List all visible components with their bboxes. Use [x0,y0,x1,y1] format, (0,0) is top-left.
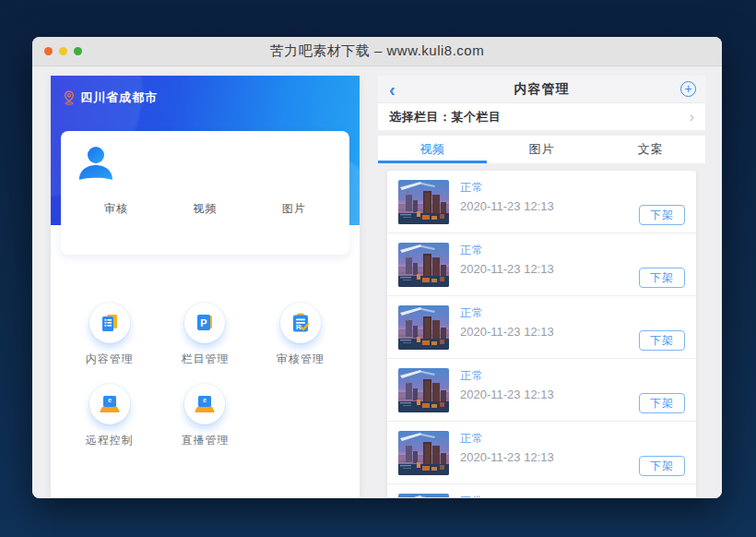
home-screen-panel: 四川省成都市 审核 视频 图片 [51,76,360,498]
select-column-row[interactable]: 选择栏目：某个栏目 › [378,103,705,130]
list-item: 正常 2020-11-23 12:13 下架 [387,233,696,296]
avatar-icon [76,143,116,184]
status-badge: 正常 [460,243,685,258]
content-management-panel: ‹ 内容管理 + 选择栏目：某个栏目 › 视频 图片 文案 [378,76,705,498]
tab-image[interactable]: 图片 [487,136,596,163]
page-title: 内容管理 [378,81,705,98]
nav-bar: ‹ 内容管理 + [378,76,705,103]
status-badge: 正常 [460,368,685,384]
take-down-button[interactable]: 下架 [639,330,685,351]
status-badge: 正常 [460,180,685,196]
review-management-icon: R [289,311,313,335]
menu-item-remote-control[interactable]: e 远程控制 [62,384,158,448]
content-list: 正常 2020-11-23 12:13 下架 [387,171,696,497]
take-down-button[interactable]: 下架 [639,205,685,225]
column-management-icon: P [193,311,217,335]
profile-card: 审核 视频 图片 [61,131,349,255]
status-badge: 正常 [460,431,685,447]
select-column-label: 选择栏目：某个栏目 [389,109,502,125]
list-item: 正常 2020-11-23 12:13 下架 [387,484,696,497]
location-pin-icon [63,90,76,105]
content-tabs: 视频 图片 文案 [378,136,705,163]
video-thumbnail[interactable] [398,180,449,224]
menu-item-content-management[interactable]: 内容管理 [62,303,158,367]
take-down-button[interactable]: 下架 [639,456,685,476]
remote-control-icon: e [97,392,123,416]
stat-video[interactable]: 视频 [160,201,249,217]
tab-text[interactable]: 文案 [597,136,705,163]
list-item: 正常 2020-11-23 12:13 下架 [387,359,696,422]
stat-image[interactable]: 图片 [250,201,338,217]
live-management-icon: e [192,392,218,416]
video-thumbnail[interactable] [398,494,449,497]
window-titlebar: 苦力吧素材下载 – www.kuli8.com [32,37,722,66]
take-down-button[interactable]: 下架 [639,268,685,288]
menu-item-review-management[interactable]: R 审核管理 [253,303,348,367]
window-content: 四川省成都市 审核 视频 图片 [32,66,722,498]
video-thumbnail[interactable] [398,431,449,475]
content-management-icon [98,311,122,335]
svg-text:e: e [204,397,207,403]
home-menu: 内容管理 P 栏目管理 [51,303,360,465]
video-thumbnail[interactable] [398,305,449,350]
svg-text:e: e [108,397,112,403]
stat-review[interactable]: 审核 [72,201,160,217]
profile-stats: 审核 视频 图片 [61,201,349,217]
add-icon[interactable]: + [680,81,696,97]
status-badge: 正常 [460,305,685,321]
list-item: 正常 2020-11-23 12:13 下架 [387,171,696,233]
chevron-right-icon: › [690,109,694,125]
back-icon[interactable]: ‹ [389,78,396,101]
list-item: 正常 2020-11-23 12:13 下架 [387,422,696,484]
status-badge: 正常 [460,494,685,497]
location-row[interactable]: 四川省成都市 [51,76,360,106]
window-title: 苦力吧素材下载 – www.kuli8.com [32,42,722,60]
take-down-button[interactable]: 下架 [639,393,685,413]
app-window: 苦力吧素材下载 – www.kuli8.com 四川省成都市 [32,37,722,498]
list-item: 正常 2020-11-23 12:13 下架 [387,296,696,359]
menu-item-column-management[interactable]: P 栏目管理 [158,303,254,367]
video-thumbnail[interactable] [398,368,449,412]
menu-item-live-management[interactable]: e 直播管理 [158,384,254,448]
tab-video[interactable]: 视频 [378,136,487,163]
svg-text:P: P [201,317,207,328]
video-thumbnail[interactable] [398,243,449,287]
location-label: 四川省成都市 [80,90,158,106]
